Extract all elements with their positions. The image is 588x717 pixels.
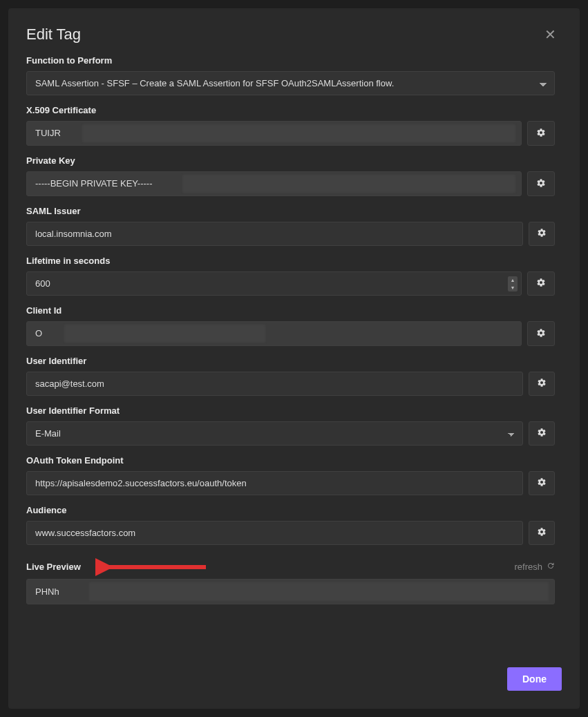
gear-icon	[537, 527, 547, 539]
scroll-area[interactable]: Function to Perform SAML Assertion - SFS…	[26, 55, 565, 652]
live-preview-title: Live Preview	[26, 562, 81, 572]
client-id-input[interactable]: O	[26, 321, 522, 346]
lifetime-settings-button[interactable]	[527, 271, 555, 296]
edit-tag-modal: Edit Tag ✕ Function to Perform SAML Asse…	[8, 8, 580, 709]
gear-icon	[537, 477, 547, 489]
live-preview-value: PHNh	[35, 586, 59, 597]
field-lifetime: Lifetime in seconds ▲▼	[26, 256, 555, 296]
saml-issuer-label: SAML Issuer	[26, 206, 555, 216]
lifetime-input[interactable]	[26, 271, 522, 296]
close-button[interactable]: ✕	[539, 23, 562, 46]
gear-icon	[537, 378, 547, 390]
client-id-label: Client Id	[26, 305, 555, 316]
audience-label: Audience	[26, 505, 555, 515]
modal-title: Edit Tag	[26, 26, 81, 44]
x509-value: TUIJR	[35, 128, 61, 138]
audience-settings-button[interactable]	[529, 521, 555, 545]
gear-icon	[536, 328, 546, 340]
gear-icon	[537, 428, 547, 439]
refresh-label: refresh	[515, 562, 542, 572]
user-identifier-format-settings-button[interactable]	[529, 421, 555, 446]
field-private-key: Private Key -----BEGIN PRIVATE KEY-----	[26, 155, 555, 196]
field-user-identifier: User Identifier	[26, 356, 555, 396]
client-id-value: O	[35, 328, 42, 338]
modal-footer: Done	[8, 652, 580, 709]
client-id-settings-button[interactable]	[527, 321, 555, 346]
function-label: Function to Perform	[26, 55, 555, 66]
field-audience: Audience	[26, 505, 555, 545]
x509-input[interactable]: TUIJR	[26, 121, 522, 146]
saml-issuer-input[interactable]	[26, 222, 523, 246]
saml-issuer-settings-button[interactable]	[529, 222, 555, 246]
user-identifier-settings-button[interactable]	[529, 372, 555, 396]
live-preview-output: PHNh	[26, 579, 555, 604]
user-identifier-input[interactable]	[26, 372, 523, 396]
audience-input[interactable]	[26, 521, 523, 545]
function-select[interactable]: SAML Assertion - SFSF – Create a SAML As…	[26, 71, 555, 95]
gear-icon	[537, 228, 547, 240]
done-button[interactable]: Done	[507, 667, 562, 691]
lifetime-stepper[interactable]: ▲▼	[508, 276, 518, 291]
field-saml-issuer: SAML Issuer	[26, 206, 555, 246]
field-client-id: Client Id O	[26, 305, 555, 346]
gear-icon	[536, 128, 546, 140]
oauth-endpoint-label: OAuth Token Endpoint	[26, 455, 555, 466]
user-identifier-label: User Identifier	[26, 356, 555, 366]
close-icon: ✕	[544, 27, 556, 42]
gear-icon	[536, 278, 546, 289]
oauth-endpoint-input[interactable]	[26, 471, 523, 495]
lifetime-label: Lifetime in seconds	[26, 256, 555, 266]
private-key-settings-button[interactable]	[527, 171, 555, 196]
user-identifier-format-select[interactable]: E-Mail	[26, 421, 523, 446]
field-x509: X.509 Certificate TUIJR	[26, 105, 555, 146]
field-oauth-endpoint: OAuth Token Endpoint	[26, 455, 555, 495]
user-identifier-format-label: User Identifier Format	[26, 405, 555, 416]
private-key-value: -----BEGIN PRIVATE KEY-----	[35, 178, 152, 189]
private-key-label: Private Key	[26, 155, 555, 166]
oauth-endpoint-settings-button[interactable]	[529, 471, 555, 495]
refresh-icon	[547, 562, 555, 572]
gear-icon	[536, 178, 546, 190]
field-function: Function to Perform SAML Assertion - SFS…	[26, 55, 555, 95]
private-key-input[interactable]: -----BEGIN PRIVATE KEY-----	[26, 171, 522, 196]
annotation-arrow	[95, 557, 213, 577]
modal-header: Edit Tag ✕	[8, 8, 580, 55]
live-preview-section: Live Preview refresh	[26, 562, 555, 604]
refresh-button[interactable]: refresh	[515, 562, 555, 572]
x509-settings-button[interactable]	[527, 121, 555, 146]
modal-body: Function to Perform SAML Assertion - SFS…	[8, 55, 580, 652]
x509-label: X.509 Certificate	[26, 105, 555, 115]
field-user-identifier-format: User Identifier Format E-Mail	[26, 405, 555, 446]
